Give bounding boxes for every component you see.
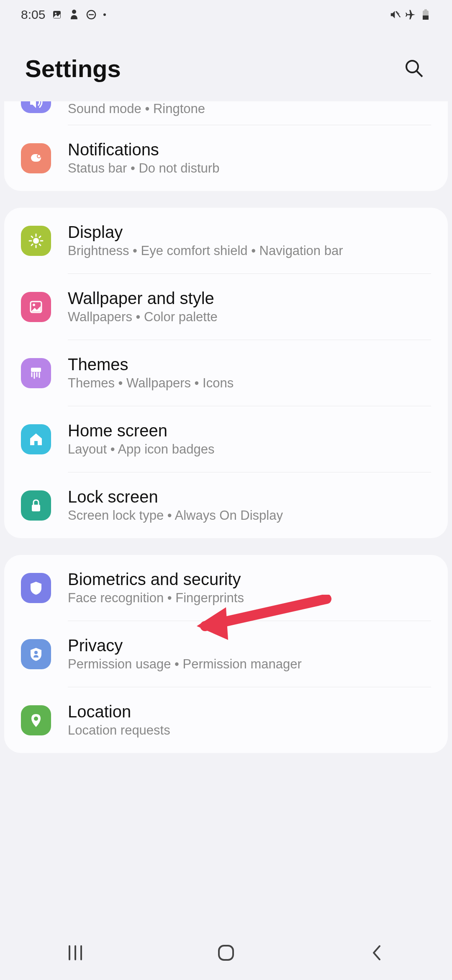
row-text: NotificationsStatus bar • Do not disturb (68, 140, 431, 176)
row-subtitle: Location requests (68, 723, 431, 738)
airplane-icon (405, 9, 416, 20)
speaker-icon (21, 101, 51, 113)
dot-icon (103, 9, 106, 20)
page-title: Settings (25, 54, 121, 83)
home-icon (21, 424, 51, 454)
svg-point-10 (406, 61, 418, 72)
settings-row-display[interactable]: DisplayBrightness • Eye comfort shield •… (4, 208, 448, 273)
search-icon (404, 58, 425, 79)
row-title: Notifications (68, 140, 431, 159)
search-button[interactable] (402, 56, 427, 81)
image-icon (51, 9, 62, 20)
settings-row-location[interactable]: LocationLocation requests (4, 687, 448, 753)
settings-row-lockscreen[interactable]: Lock screenScreen lock type • Always On … (4, 472, 448, 538)
nav-recents-button[interactable] (33, 940, 117, 965)
location-icon (21, 705, 51, 735)
row-text: Biometrics and securityFace recognition … (68, 570, 431, 606)
settings-row-notifications[interactable]: NotificationsStatus bar • Do not disturb (4, 125, 448, 191)
settings-row-privacy[interactable]: PrivacyPermission usage • Permission man… (4, 621, 448, 687)
brush-icon (21, 358, 51, 388)
status-right (390, 9, 431, 20)
person-icon (69, 9, 80, 20)
status-bar: 8:05 (0, 0, 452, 29)
row-text: ThemesThemes • Wallpapers • Icons (68, 355, 431, 391)
settings-row-sounds[interactable]: Sounds and vibrationSound mode • Rington… (4, 101, 448, 125)
row-title: Themes (68, 355, 431, 374)
row-subtitle: Status bar • Do not disturb (68, 161, 431, 176)
svg-point-27 (34, 651, 38, 654)
row-title: Home screen (68, 421, 431, 440)
privacy-shield-icon (21, 639, 51, 669)
row-subtitle: Sound mode • Ringtone (68, 101, 431, 116)
shield-icon (21, 573, 51, 603)
row-text: LocationLocation requests (68, 702, 431, 738)
row-subtitle: Face recognition • Fingerprints (68, 591, 431, 606)
row-text: Home screenLayout • App icon badges (68, 421, 431, 457)
row-text: DisplayBrightness • Eye comfort shield •… (68, 223, 431, 258)
settings-row-biometrics[interactable]: Biometrics and securityFace recognition … (4, 555, 448, 621)
svg-point-2 (72, 10, 76, 14)
row-title: Biometrics and security (68, 570, 431, 589)
svg-rect-9 (423, 15, 429, 20)
settings-group: DisplayBrightness • Eye comfort shield •… (4, 208, 448, 538)
picture-icon (21, 292, 51, 322)
row-title: Lock screen (68, 487, 431, 506)
row-subtitle: Themes • Wallpapers • Icons (68, 376, 431, 391)
status-left: 8:05 (21, 8, 106, 22)
row-title: Location (68, 702, 431, 721)
settings-row-themes[interactable]: ThemesThemes • Wallpapers • Icons (4, 340, 448, 406)
status-time: 8:05 (21, 8, 45, 22)
row-text: Lock screenScreen lock type • Always On … (68, 487, 431, 523)
row-subtitle: Layout • App icon badges (68, 442, 431, 457)
back-icon (370, 944, 383, 962)
svg-point-28 (34, 717, 38, 721)
battery-icon (420, 9, 431, 20)
svg-point-1 (55, 13, 56, 14)
lock-icon (21, 490, 51, 521)
settings-row-homescreen[interactable]: Home screenLayout • App icon badges (4, 406, 448, 472)
row-text: Wallpaper and styleWallpapers • Color pa… (68, 289, 431, 325)
svg-line-6 (396, 11, 400, 17)
svg-point-13 (37, 155, 41, 158)
svg-point-5 (103, 13, 106, 16)
row-subtitle: Brightness • Eye comfort shield • Naviga… (68, 243, 431, 258)
nav-home-button[interactable] (184, 940, 268, 965)
sun-icon (21, 226, 51, 256)
svg-line-21 (31, 244, 33, 245)
row-title: Wallpaper and style (68, 289, 431, 308)
settings-row-wallpaper[interactable]: Wallpaper and styleWallpapers • Color pa… (4, 274, 448, 340)
header: Settings (0, 29, 452, 103)
navigation-bar (0, 926, 452, 980)
svg-line-22 (39, 236, 41, 237)
settings-group: Sounds and vibrationSound mode • Rington… (4, 101, 448, 191)
row-text: Sounds and vibrationSound mode • Rington… (68, 101, 431, 116)
row-title: Display (68, 223, 431, 242)
svg-point-14 (33, 238, 39, 244)
svg-line-20 (39, 244, 41, 245)
row-subtitle: Wallpapers • Color palette (68, 309, 431, 325)
recents-icon (66, 944, 85, 961)
mute-icon (390, 9, 401, 20)
svg-rect-25 (31, 368, 41, 372)
svg-rect-8 (424, 9, 427, 11)
home-nav-icon (216, 943, 236, 962)
row-title: Privacy (68, 636, 431, 655)
bell-icon (21, 143, 51, 173)
svg-point-24 (33, 304, 35, 306)
svg-rect-32 (219, 946, 233, 960)
row-subtitle: Screen lock type • Always On Display (68, 508, 431, 523)
settings-list[interactable]: Sounds and vibrationSound mode • Rington… (0, 101, 452, 753)
row-text: PrivacyPermission usage • Permission man… (68, 636, 431, 672)
svg-line-11 (417, 71, 422, 77)
dnd-icon (86, 9, 97, 20)
settings-group: Biometrics and securityFace recognition … (4, 555, 448, 753)
svg-line-19 (31, 236, 33, 237)
row-subtitle: Permission usage • Permission manager (68, 657, 431, 672)
nav-back-button[interactable] (335, 940, 419, 965)
svg-rect-26 (32, 505, 40, 511)
